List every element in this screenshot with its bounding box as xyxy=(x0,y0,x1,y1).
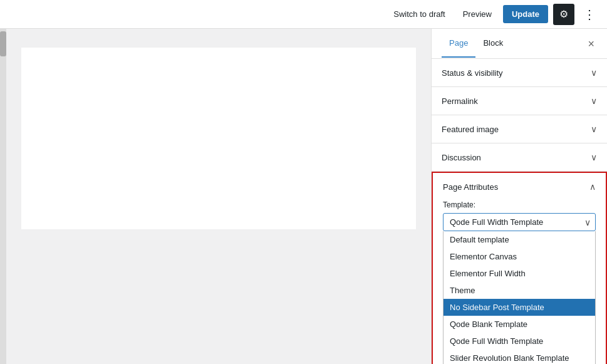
chevron-down-icon: ∨ xyxy=(591,152,597,162)
update-button[interactable]: Update xyxy=(503,5,548,23)
preview-button[interactable]: Preview xyxy=(457,6,498,23)
template-label: Template: xyxy=(443,200,596,209)
gear-icon: ⚙ xyxy=(559,8,568,20)
section-permalink-label: Permalink xyxy=(442,96,478,106)
dropdown-item-qode-full-width-template[interactable]: Qode Full Width Template xyxy=(444,333,595,350)
main-layout: Page Block × Status & visibility ∨ Perma… xyxy=(0,29,607,364)
switch-to-draft-button[interactable]: Switch to draft xyxy=(387,6,451,23)
section-discussion: Discussion ∨ xyxy=(432,143,607,172)
more-icon: ⋮ xyxy=(583,8,596,21)
section-permalink-header[interactable]: Permalink ∨ xyxy=(432,87,607,115)
chevron-down-icon: ∨ xyxy=(591,68,597,78)
sidebar-tabs: Page Block xyxy=(442,29,511,58)
chevron-down-icon: ∨ xyxy=(591,96,597,106)
more-options-button[interactable]: ⋮ xyxy=(579,6,599,23)
dropdown-item-theme[interactable]: Theme xyxy=(444,282,595,299)
dropdown-item-no-sidebar-post-template[interactable]: No Sidebar Post Template xyxy=(444,299,595,316)
chevron-up-icon: ∧ xyxy=(589,182,596,192)
settings-button[interactable]: ⚙ xyxy=(553,4,574,25)
section-discussion-label: Discussion xyxy=(442,153,481,162)
section-page-attributes: Page Attributes ∧ Template: Qode Full Wi… xyxy=(432,172,607,364)
chevron-down-icon: ∨ xyxy=(591,124,597,134)
section-featured-image-label: Featured image xyxy=(442,125,499,134)
template-dropdown-list: Default template Elementor Canvas Elemen… xyxy=(443,231,596,364)
scrollbar-thumb[interactable] xyxy=(0,31,6,56)
section-page-attributes-label: Page Attributes xyxy=(443,182,498,192)
sidebar-header: Page Block × xyxy=(432,29,607,59)
section-featured-image: Featured image ∨ xyxy=(432,115,607,143)
dropdown-item-qode-blank-template[interactable]: Qode Blank Template xyxy=(444,316,595,333)
section-status-visibility-label: Status & visibility xyxy=(442,68,503,78)
section-status-visibility-header[interactable]: Status & visibility ∨ xyxy=(432,59,607,86)
section-status-visibility: Status & visibility ∨ xyxy=(432,59,607,87)
section-discussion-header[interactable]: Discussion ∨ xyxy=(432,143,607,171)
template-select[interactable]: Qode Full Width Template xyxy=(443,213,596,231)
tab-page[interactable]: Page xyxy=(442,29,475,58)
dropdown-item-slider-revolution-blank-template[interactable]: Slider Revolution Blank Template xyxy=(444,350,595,364)
sidebar-body[interactable]: Status & visibility ∨ Permalink ∨ Featur… xyxy=(432,59,607,364)
sidebar: Page Block × Status & visibility ∨ Perma… xyxy=(431,29,607,364)
sidebar-close-button[interactable]: × xyxy=(585,36,597,52)
topbar: Switch to draft Preview Update ⚙ ⋮ xyxy=(0,0,607,29)
page-attributes-body: Template: Qode Full Width Template ∨ Def… xyxy=(433,200,606,364)
editor-area xyxy=(6,29,431,364)
section-featured-image-header[interactable]: Featured image ∨ xyxy=(432,115,607,143)
dropdown-item-default-template[interactable]: Default template xyxy=(444,231,595,248)
template-select-wrapper: Qode Full Width Template ∨ xyxy=(443,213,596,231)
editor-scrollbar[interactable] xyxy=(0,29,6,364)
section-page-attributes-header[interactable]: Page Attributes ∧ xyxy=(433,173,606,200)
editor-canvas xyxy=(21,48,416,229)
dropdown-item-elementor-canvas[interactable]: Elementor Canvas xyxy=(444,248,595,265)
section-permalink: Permalink ∨ xyxy=(432,87,607,115)
tab-block[interactable]: Block xyxy=(475,29,511,58)
dropdown-item-elementor-full-width[interactable]: Elementor Full Width xyxy=(444,265,595,282)
